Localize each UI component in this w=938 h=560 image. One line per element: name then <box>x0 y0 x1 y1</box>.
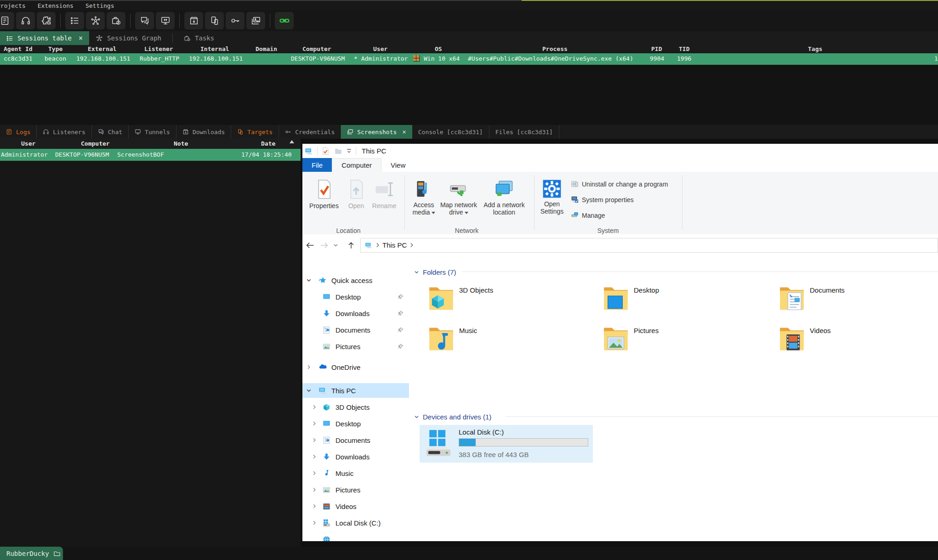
nav-item-pictures-pc[interactable]: Pictures <box>302 482 409 497</box>
system-properties-button[interactable]: System properties <box>571 196 634 204</box>
ribbon-tab-computer[interactable]: Computer <box>332 158 381 172</box>
status-tab-rubberducky[interactable]: RubberDucky <box>0 547 63 560</box>
tab-sessions-table[interactable]: Sessions table × <box>0 31 89 45</box>
folder-item-documents[interactable]: Documents <box>779 283 916 314</box>
ribbon-tab-file[interactable]: File <box>302 158 332 172</box>
col-user[interactable]: User <box>373 45 387 52</box>
nav-item-pictures[interactable]: Pictures <box>302 339 409 354</box>
tab-sessions-graph[interactable]: Sessions Graph <box>89 31 168 45</box>
link-button[interactable] <box>275 12 294 29</box>
screenshots-button[interactable] <box>246 12 265 29</box>
open-button[interactable]: Open <box>343 179 370 209</box>
nav-item-quick-access[interactable]: Quick access <box>302 273 409 288</box>
folder-item-pictures[interactable]: Pictures <box>603 324 740 354</box>
open-settings-button[interactable]: Open Settings <box>538 179 566 215</box>
up-button[interactable] <box>347 241 360 250</box>
chat-button[interactable] <box>135 12 154 29</box>
close-icon[interactable]: × <box>79 34 83 42</box>
qat-customize-caret-icon[interactable] <box>346 148 352 154</box>
chevron-right-icon[interactable] <box>306 364 312 370</box>
uninstall-program-button[interactable]: Uninstall or change a program <box>571 180 668 188</box>
recent-locations-caret[interactable] <box>333 242 347 248</box>
chevron-right-icon[interactable] <box>312 487 317 492</box>
nav-item-videos[interactable]: Videos <box>302 499 409 514</box>
properties-button[interactable]: Properties <box>308 179 340 209</box>
chevron-down-icon[interactable] <box>306 277 312 283</box>
chevron-right-icon[interactable] <box>312 454 317 459</box>
col-computer[interactable]: Computer <box>302 45 331 52</box>
folders-section-header[interactable]: Folders (7) <box>414 268 456 276</box>
folder-item-3d-objects[interactable]: 3D Objects <box>428 283 566 314</box>
col-external[interactable]: External <box>88 45 117 52</box>
close-icon[interactable]: × <box>402 128 406 136</box>
chevron-right-icon[interactable] <box>312 404 317 410</box>
sort-ascending-icon[interactable] <box>290 140 294 143</box>
chevron-down-icon[interactable] <box>306 388 312 393</box>
rename-button[interactable]: Rename <box>370 179 399 209</box>
back-button[interactable] <box>305 240 319 250</box>
col-tags[interactable]: Tags <box>808 45 822 52</box>
script-button[interactable] <box>0 12 14 29</box>
nav-item-desktop[interactable]: Desktop <box>302 289 409 304</box>
sessions-graph-button[interactable] <box>86 12 105 29</box>
dock-tab-screenshots[interactable]: Screenshots × <box>341 125 412 139</box>
nav-item-3d-objects[interactable]: 3D Objects <box>302 400 409 414</box>
listeners-button[interactable] <box>16 12 35 29</box>
devices-section-header[interactable]: Devices and drives (1) <box>414 413 491 421</box>
dock-tab-logs[interactable]: Logs <box>0 125 37 139</box>
nav-item-downloads[interactable]: Downloads <box>302 306 409 321</box>
breadcrumb-this-pc[interactable]: This PC <box>382 241 407 249</box>
dock-tab-credentials[interactable]: Credentials <box>279 125 341 139</box>
dock-tab-console[interactable]: Console [cc8c3d31] <box>412 125 489 139</box>
chevron-right-icon[interactable] <box>312 437 317 443</box>
ribbon-tab-view[interactable]: View <box>381 158 415 172</box>
dock-tab-downloads[interactable]: Downloads <box>176 125 231 139</box>
credentials-button[interactable] <box>226 12 244 29</box>
downloads-button[interactable] <box>184 12 203 29</box>
nav-item-downloads-pc[interactable]: Downloads <box>302 449 409 464</box>
tasks-button[interactable] <box>107 12 125 29</box>
logs-col-computer[interactable]: Computer <box>81 140 110 147</box>
qat-properties-icon[interactable] <box>321 147 330 155</box>
dock-tab-targets[interactable]: Targets <box>231 125 279 139</box>
folder-item-desktop[interactable]: Desktop <box>603 283 740 314</box>
extensions-button[interactable] <box>37 12 56 29</box>
nav-item-local-disk[interactable]: Local Disk (C:) <box>302 515 409 530</box>
dock-tab-files[interactable]: Files [cc8c3d31] <box>489 125 559 139</box>
screenshare-button[interactable] <box>156 12 175 29</box>
qat-folder-icon[interactable] <box>334 147 342 155</box>
nav-item-onedrive[interactable]: OneDrive <box>302 360 409 374</box>
logs-col-date[interactable]: Date <box>261 140 275 147</box>
chevron-right-icon[interactable] <box>312 520 317 526</box>
col-pid[interactable]: PID <box>651 45 662 52</box>
logs-col-user[interactable]: User <box>21 140 35 147</box>
col-internal[interactable]: Internal <box>200 45 229 52</box>
nav-item-this-pc[interactable]: This PC <box>302 383 409 398</box>
targets-button[interactable] <box>205 12 224 29</box>
chevron-right-icon[interactable] <box>312 503 317 509</box>
col-agent-id[interactable]: Agent Id <box>4 45 33 52</box>
col-listener[interactable]: Listener <box>144 45 173 52</box>
nav-item-documents[interactable]: Documents <box>302 322 409 337</box>
col-os[interactable]: OS <box>435 45 442 52</box>
breadcrumb-chevron-icon[interactable] <box>409 243 414 248</box>
manage-button[interactable]: Manage <box>571 211 605 219</box>
menu-projects[interactable]: Projects <box>0 2 26 9</box>
address-input[interactable]: This PC <box>360 238 938 253</box>
add-network-location-button[interactable]: Add a network location <box>479 179 529 216</box>
logs-col-note[interactable]: Note <box>174 140 188 147</box>
forward-button[interactable] <box>319 240 333 250</box>
tab-tasks[interactable]: Tasks <box>177 31 221 45</box>
menu-settings[interactable]: Settings <box>85 2 114 9</box>
map-network-drive-button[interactable]: Map network drive <box>438 179 479 216</box>
col-tid[interactable]: TID <box>679 45 689 52</box>
dock-tab-listeners[interactable]: Listeners <box>37 125 91 139</box>
folder-item-music[interactable]: Music <box>428 324 566 354</box>
chevron-right-icon[interactable] <box>312 421 317 426</box>
nav-item-desktop-pc[interactable]: Desktop <box>302 416 409 431</box>
dock-tab-chat[interactable]: Chat <box>92 125 129 139</box>
nav-item-music[interactable]: Music <box>302 466 409 481</box>
nav-item-documents-pc[interactable]: Documents <box>302 433 409 447</box>
sessions-table-button[interactable] <box>65 12 84 29</box>
menu-extensions[interactable]: Extensions <box>38 2 74 9</box>
